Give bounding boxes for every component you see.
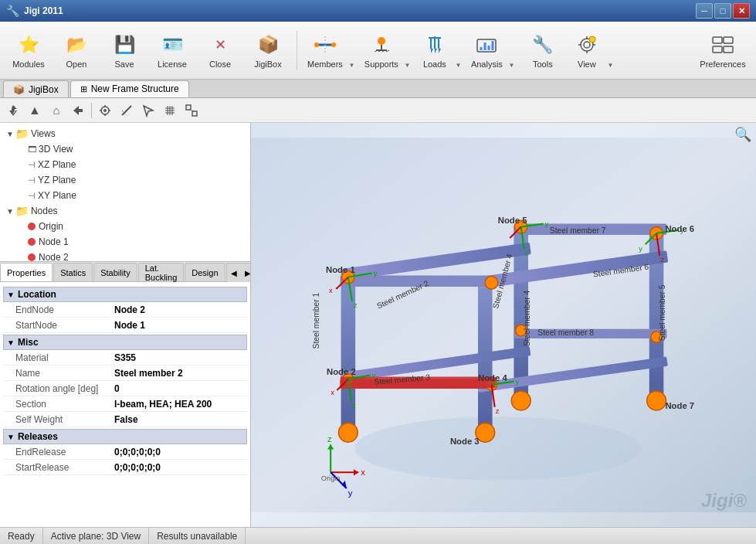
preferences-icon (710, 32, 735, 57)
tab-design[interactable]: Design (185, 263, 225, 281)
location-label: Location (18, 289, 56, 300)
viewport[interactable]: y z x y z y z x (251, 123, 756, 527)
svg-text:x: x (361, 468, 365, 477)
close-file-button[interactable]: ✕ Close (198, 26, 242, 76)
license-button[interactable]: 🪪 License (150, 26, 195, 76)
svg-text:z: z (354, 301, 358, 309)
node1-label: Node 1 (39, 236, 69, 247)
svg-point-1 (314, 42, 319, 47)
supports-button[interactable]: Supports (361, 26, 402, 76)
endrelease-value: 0;0;0;0;0;0 (111, 447, 247, 457)
nodes-collapse-icon: ▼ (6, 207, 14, 216)
svg-point-54 (354, 416, 641, 481)
view-toolbar: ▲ ⌂ (0, 98, 756, 123)
3d-view-icon: 🗖 (28, 144, 36, 154)
title-bar: 🔧 Jigi 2011 ─ □ ✕ (0, 0, 756, 22)
svg-text:x: x (329, 287, 333, 294)
svg-text:Node 4: Node 4 (478, 373, 507, 382)
prop-endnode-row: EndNode Node 2 (3, 302, 247, 318)
svg-rect-51 (192, 111, 197, 116)
xz-plane-icon: ⊣ (28, 160, 36, 170)
location-section[interactable]: ▼ Location (3, 287, 247, 302)
tree-yz-plane[interactable]: ⊣ YZ Plane (0, 172, 250, 188)
tree-node1[interactable]: Node 1 (0, 234, 250, 250)
tree-xz-plane[interactable]: ⊣ XZ Plane (0, 157, 250, 172)
tree-xy-plane[interactable]: ⊣ XY Plane (0, 188, 250, 203)
tree-origin[interactable]: Origin (0, 219, 250, 234)
view-tool-home[interactable]: ⌂ (46, 100, 66, 121)
tab-lat-buckling-label: Lat. Buckling (145, 264, 178, 282)
members-dropdown[interactable]: ▼ (347, 26, 358, 76)
nodes-label: Nodes (31, 206, 58, 216)
tab-scroll-left[interactable]: ◀ (227, 264, 241, 282)
view-tool-top[interactable]: ▲ (25, 100, 45, 121)
tools-button[interactable]: 🔧 Tools (520, 26, 565, 76)
tab-properties-label: Properties (7, 268, 46, 277)
tree-nodes-header[interactable]: ▼ 📁 Nodes (0, 203, 250, 219)
section-value: I-beam, HEA; HEA 200 (111, 399, 247, 410)
misc-label: Misc (18, 337, 39, 348)
3d-view-label: 3D View (39, 144, 73, 155)
tree-views-header[interactable]: ▼ 📁 Views (0, 126, 250, 141)
prop-startnode-row: StartNode Node 1 (3, 318, 247, 333)
view-tool-node[interactable] (95, 100, 115, 121)
jigibox-toolbar-button[interactable]: 📦 JigiBox (246, 26, 290, 76)
tab-statics-label: Statics (60, 268, 86, 277)
tab-scroll-right[interactable]: ▶ (241, 264, 250, 282)
tree-3d-view[interactable]: 🗖 3D View (0, 141, 250, 157)
analysis-button[interactable]: Analysis (467, 26, 507, 76)
view-tool-grid[interactable] (160, 100, 180, 121)
member-name-value: Steel member 2 (111, 368, 247, 379)
open-button[interactable]: 📂 Open (54, 26, 99, 76)
save-button[interactable]: 💾 Save (102, 26, 147, 76)
svg-text:z: z (496, 407, 500, 415)
members-button[interactable]: Members (303, 26, 347, 76)
view-tool-member[interactable] (117, 100, 137, 121)
jigibox-label: JigiBox (254, 60, 281, 69)
tab-stability[interactable]: Stability (93, 263, 137, 281)
analysis-dropdown[interactable]: ▼ (507, 26, 517, 76)
tab-properties[interactable]: Properties (0, 263, 53, 281)
views-folder-icon: 📁 (15, 128, 29, 140)
misc-section[interactable]: ▼ Misc (3, 335, 247, 350)
property-content: ▼ Location EndNode Node 2 StartNode Node… (0, 282, 250, 527)
close-file-icon: ✕ (208, 32, 232, 57)
zoom-icon[interactable]: 🔍 (734, 126, 751, 143)
close-button[interactable]: ✕ (733, 3, 750, 19)
tree-node2[interactable]: Node 2 (0, 250, 250, 261)
tab-lat-buckling[interactable]: Lat. Buckling (138, 263, 185, 281)
save-label: Save (114, 60, 134, 69)
loads-dropdown[interactable]: ▼ (453, 26, 464, 76)
members-icon (313, 32, 337, 57)
minimize-button[interactable]: ─ (696, 3, 713, 19)
view-tool-arrow[interactable] (138, 100, 158, 121)
maximize-button[interactable]: □ (714, 3, 731, 19)
view-tool-left[interactable] (68, 100, 88, 121)
view-button[interactable]: View (568, 26, 605, 76)
svg-point-25 (584, 42, 590, 48)
releases-label: Releases (18, 431, 58, 442)
endrelease-label: EndRelease (3, 447, 111, 457)
view-dropdown[interactable]: ▼ (605, 26, 616, 76)
section-label: Section (3, 399, 111, 410)
modules-button[interactable]: ⭐ Modules (6, 26, 51, 76)
releases-section[interactable]: ▼ Releases (3, 429, 247, 444)
loads-button[interactable]: Loads (416, 26, 453, 76)
view-tool-rotate[interactable] (3, 100, 23, 121)
svg-point-30 (589, 36, 595, 42)
modules-label: Modules (12, 60, 45, 69)
rotation-label: Rotation angle [deg] (3, 383, 111, 394)
tree-scroll[interactable]: ▼ 📁 Views 🗖 3D View ⊣ XZ Plane ⊣ YZ Plan… (0, 123, 250, 261)
tab-statics[interactable]: Statics (53, 263, 93, 281)
svg-text:Node 2: Node 2 (327, 367, 356, 376)
node1-dot (28, 238, 36, 246)
tools-icon: 🔧 (531, 32, 555, 57)
tab-new-frame[interactable]: ⊞ New Frame Structure (70, 80, 189, 97)
view-tool-snap[interactable] (181, 100, 202, 121)
tab-jigibox[interactable]: 📦 JigiBox (3, 80, 69, 97)
preferences-button[interactable]: Preferences (696, 26, 750, 76)
supports-dropdown[interactable]: ▼ (402, 26, 413, 76)
svg-point-70 (647, 391, 666, 410)
svg-rect-31 (713, 37, 722, 43)
loads-group: Loads ▼ (416, 26, 464, 76)
